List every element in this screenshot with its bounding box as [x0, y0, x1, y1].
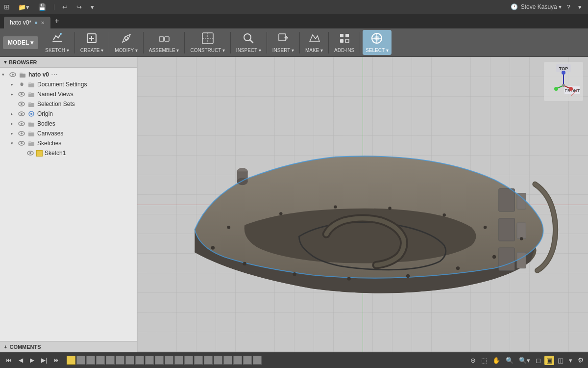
timeline-frame-19[interactable]	[243, 356, 252, 365]
display-mode-2-button[interactable]: ▣	[544, 356, 554, 365]
file-arrow: ▾	[26, 3, 29, 11]
tab-close-button[interactable]: ✕	[41, 20, 45, 26]
timeline-frame-3[interactable]	[86, 356, 95, 365]
timeline-frame-14[interactable]	[194, 356, 203, 365]
timeline-frame-7[interactable]	[125, 356, 134, 365]
zoom-dropdown-button[interactable]: 🔍▾	[517, 356, 532, 365]
sketch-group[interactable]: SKETCH ▾	[42, 30, 72, 55]
tree-doc-settings[interactable]: Document Settings	[0, 79, 137, 89]
bodies-eye-icon[interactable]	[18, 120, 25, 128]
svg-rect-30	[28, 93, 34, 97]
nav-play-button[interactable]: ▶	[28, 356, 36, 365]
redo-button[interactable]: ↪	[74, 2, 84, 12]
save-button[interactable]: 💾	[36, 2, 49, 12]
timeline-frame-2[interactable]	[76, 356, 85, 365]
create-icon	[85, 32, 98, 47]
display-dropdown-button[interactable]: ▾	[567, 356, 574, 365]
file-button[interactable]: 📁▾	[16, 2, 32, 12]
timeline-frame-10[interactable]	[155, 356, 164, 365]
undo-button[interactable]: ↩	[60, 2, 70, 12]
timeline-frame-18[interactable]	[233, 356, 242, 365]
help-button[interactable]: ?	[564, 2, 573, 12]
timeline-frame-13[interactable]	[184, 356, 193, 365]
assemble-group[interactable]: ASSEMBLE ▾	[146, 30, 182, 55]
named-views-arrow[interactable]	[11, 92, 18, 97]
sketch1-sketch-icon	[36, 150, 43, 157]
bodies-arrow[interactable]	[11, 121, 18, 126]
timeline-frame-4[interactable]	[96, 356, 105, 365]
timeline-frame-12[interactable]	[174, 356, 183, 365]
screw6	[456, 266, 460, 270]
timeline-frame-9[interactable]	[145, 356, 154, 365]
axis-widget[interactable]: TOP FRONT	[544, 62, 583, 101]
display-mode-1-button[interactable]: ◻	[534, 356, 543, 365]
tree-selection-sets[interactable]: Selection Sets	[0, 99, 137, 109]
sep1	[74, 32, 75, 53]
timeline-frame-8[interactable]	[135, 356, 144, 365]
modify-icon	[120, 32, 133, 47]
timeline-frame-20[interactable]	[253, 356, 262, 365]
nav-next-button[interactable]: ▶|	[39, 356, 49, 365]
tree-named-views[interactable]: Named Views	[0, 89, 137, 99]
nav-prev-button[interactable]: ◀	[17, 356, 25, 365]
main-content: ▾ BROWSER hato v0 ⋯	[0, 57, 588, 352]
nav-first-button[interactable]: ⏮	[4, 356, 14, 365]
sketches-eye-icon[interactable]	[18, 139, 25, 147]
inspect-group[interactable]: INSPECT ▾	[233, 30, 264, 55]
comments-expand-icon[interactable]: +	[4, 344, 7, 350]
timeline-frame-1[interactable]	[67, 356, 75, 365]
make-group[interactable]: MAKE ▾	[302, 30, 326, 55]
settings-dots-icon[interactable]: ⋯	[51, 71, 58, 79]
new-tab-button[interactable]: +	[51, 15, 62, 27]
browser-collapse-icon[interactable]: ▾	[4, 59, 7, 65]
timeline-frame-6[interactable]	[116, 356, 124, 365]
root-arrow[interactable]	[2, 72, 9, 77]
pan-button[interactable]: ✋	[490, 356, 502, 365]
help-arrow[interactable]: ▾	[576, 2, 584, 12]
timeline-frame-5[interactable]	[106, 356, 115, 365]
timeline-frame-17[interactable]	[223, 356, 232, 365]
fit-view-button[interactable]: ⊕	[468, 356, 478, 365]
model-dropdown-button[interactable]: MODEL ▾	[3, 36, 38, 49]
construct-group[interactable]: = CONSTRUCT ▾	[187, 30, 227, 55]
bottombar-settings-button[interactable]: ⚙	[578, 356, 584, 364]
sketch1-eye-icon[interactable]	[26, 149, 34, 157]
origin-arrow[interactable]	[11, 111, 18, 116]
svg-rect-24	[20, 73, 23, 74]
modify-group[interactable]: MODIFY ▾	[112, 30, 140, 55]
tree-root[interactable]: hato v0 ⋯	[0, 70, 137, 79]
comments-section[interactable]: + COMMENTS	[0, 341, 137, 352]
timeline-frame-16[interactable]	[214, 356, 222, 365]
origin-symbol-icon	[27, 110, 35, 118]
tree-bodies[interactable]: Bodies	[0, 119, 137, 129]
select-group[interactable]: SELECT ▾	[363, 30, 392, 55]
active-tab[interactable]: hato v0* ● ✕	[4, 17, 50, 28]
tree-origin[interactable]: Origin	[0, 109, 137, 119]
named-views-eye-icon[interactable]	[18, 90, 25, 98]
viewport[interactable]: TOP FRONT	[137, 57, 588, 352]
timeline-frame-11[interactable]	[165, 356, 173, 365]
timeline-frame-15[interactable]	[204, 356, 213, 365]
insert-group[interactable]: INSERT ▾	[270, 30, 297, 55]
create-group[interactable]: CREATE ▾	[77, 30, 107, 55]
make-label: MAKE ▾	[305, 48, 323, 53]
svg-rect-46	[28, 132, 34, 136]
display-mode-3-button[interactable]: ◫	[556, 356, 565, 365]
screw3	[293, 272, 296, 276]
doc-settings-arrow[interactable]	[11, 82, 18, 87]
sketches-arrow[interactable]	[11, 141, 18, 146]
origin-eye-icon[interactable]	[18, 110, 25, 118]
root-visibility-icon[interactable]	[9, 71, 17, 79]
sep4	[184, 32, 185, 53]
save-view-button[interactable]: ⬚	[479, 356, 489, 365]
zoom-button[interactable]: 🔍	[504, 356, 515, 365]
tree-sketch1[interactable]: Sketch1	[0, 148, 137, 158]
canvases-arrow[interactable]	[11, 131, 18, 136]
selection-sets-eye-icon[interactable]	[18, 100, 25, 108]
history-arrow-button[interactable]: ▾	[88, 2, 97, 12]
canvases-eye-icon[interactable]	[18, 130, 25, 137]
addins-group[interactable]: ADD-INS	[331, 30, 357, 55]
tree-canvases[interactable]: Canvases	[0, 129, 137, 138]
tree-sketches[interactable]: Sketches	[0, 138, 137, 148]
nav-last-button[interactable]: ⏭	[52, 356, 62, 365]
